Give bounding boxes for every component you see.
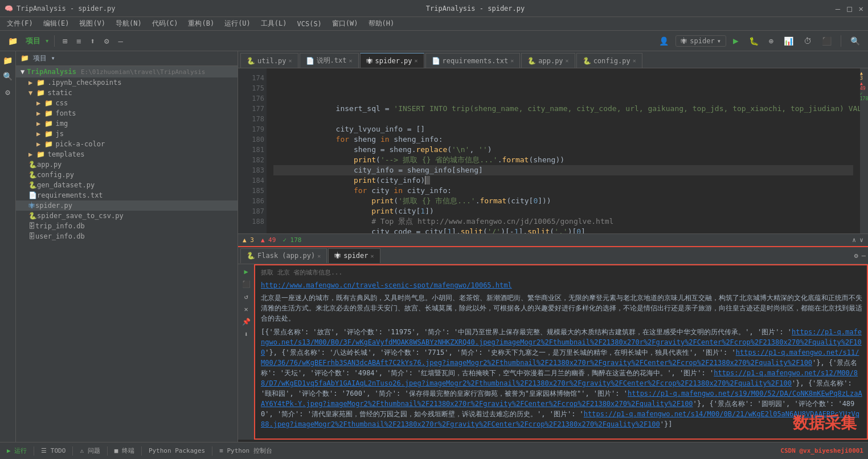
console-url-1[interactable]: http://www.mafengwo.cn/travel-scenic-spo…	[261, 281, 512, 289]
tree-img-label: img	[55, 120, 68, 128]
console-run-btn[interactable]: ▶	[244, 267, 248, 277]
console-json-output: [{'景点名称': '故宫', '评论个数': '11975', '简介': '…	[261, 327, 862, 429]
status-python-packages[interactable]: Python Packages	[146, 447, 207, 454]
tree-spider-csv[interactable]: 🐍 spider_save_to_csv.py	[16, 211, 238, 221]
tree-ipynb[interactable]: ▶ 📁 .ipynb_checkpoints	[16, 77, 238, 88]
tab-desc-close[interactable]: ✕	[349, 58, 353, 64]
tree-templates[interactable]: ▶ 📁 templates	[16, 149, 238, 159]
tree-fonts[interactable]: ▶ 📁 fonts	[16, 108, 238, 118]
sidebar-icon-1[interactable]: 📁	[1, 54, 15, 67]
menu-code[interactable]: 代码(C)	[148, 18, 183, 30]
editor-content[interactable]: 174 175 176 177 178 179 180 181 182 183 …	[238, 68, 868, 233]
menu-tools[interactable]: 工具(L)	[256, 18, 292, 30]
toolbar-icon-3[interactable]: ⬆	[87, 34, 99, 48]
tab-spider-py[interactable]: 🕷 spider.py ✕	[360, 53, 424, 68]
tab-app-close[interactable]: ✕	[566, 58, 569, 64]
menu-view[interactable]: 视图(V)	[75, 18, 110, 30]
console-close-btn[interactable]: ✕	[244, 304, 248, 314]
tab-config-close[interactable]: ✕	[633, 58, 636, 64]
folder-icon-fonts: ▶ 📁	[36, 109, 53, 117]
console-url-yuanmingyuan[interactable]: https://p1-q.mafengwo.net/s14/M00/0B/21/…	[261, 410, 859, 428]
code-line-176: insert_sql = 'INSERT INTO trip(sheng_nam…	[273, 93, 853, 104]
menu-vcs[interactable]: VCS(S)	[293, 19, 326, 29]
run-config-selector[interactable]: 🕷 spider ▾	[675, 35, 726, 47]
profile-run-button[interactable]: 📊	[780, 34, 797, 48]
flask-tab-close[interactable]: ✕	[317, 253, 321, 259]
console-rerun-btn[interactable]: ↺	[244, 292, 248, 302]
maximize-button[interactable]: □	[847, 4, 851, 13]
tree-spider-py[interactable]: 🕷 spider.py	[16, 200, 238, 211]
toolbar-settings[interactable]: ⚙	[101, 34, 112, 48]
data-collection-label: 数据采集	[793, 418, 857, 428]
console-stop-btn[interactable]: ⬛	[242, 279, 251, 289]
search-button[interactable]: 🔍	[847, 34, 863, 48]
tab-util-close[interactable]: ✕	[289, 58, 292, 64]
console-url-changcheng[interactable]: https://p1-q.mafengwo.net/s11/M00/36/76/…	[261, 349, 859, 367]
scroll-indicator[interactable]: ▲ 3 ▲ 49 ✓ 178	[860, 68, 868, 233]
console-left-buttons: ▶ ⬛ ↺ ✕ 📌 ⬇	[238, 264, 254, 440]
tab-desc-txt[interactable]: 📄 说明.txt ✕	[300, 53, 359, 68]
stop-button[interactable]: ⬛	[818, 34, 835, 48]
menu-run[interactable]: 运行(U)	[220, 18, 255, 30]
tree-static[interactable]: ▼ 📁 static	[16, 88, 238, 98]
status-problems[interactable]: ⚠ 问题	[77, 446, 102, 455]
run-config-dropdown-icon: ▾	[717, 37, 721, 45]
tree-gen-dataset[interactable]: 🐍 gen_dataset.py	[16, 180, 238, 190]
status-run[interactable]: ▶ 运行	[5, 446, 29, 455]
tree-app-py[interactable]: 🐍 app.py	[16, 159, 238, 170]
coverage-button[interactable]: ⊕	[765, 34, 777, 48]
menu-nav[interactable]: 导航(N)	[111, 18, 146, 30]
console-scroll-btn[interactable]: ⬇	[244, 329, 248, 339]
console-pin-btn[interactable]: 📌	[242, 317, 251, 327]
console-close-panel-icon[interactable]: —	[862, 252, 866, 260]
console-settings-icon[interactable]: ⚙	[854, 252, 858, 260]
tree-css[interactable]: ▶ 📁 css	[16, 98, 238, 108]
menu-refactor[interactable]: 重构(B)	[183, 18, 219, 30]
console-url-tiantan[interactable]: https://p1-q.mafengwo.net/s12/M00/88/D7/…	[261, 369, 858, 387]
tree-user-db[interactable]: 🗄 user_info.db	[16, 231, 238, 241]
menu-help[interactable]: 帮助(H)	[364, 18, 399, 30]
console-url-yiheyuan[interactable]: https://p1-q.mafengwo.net/s19/M00/52/DA/…	[261, 390, 862, 408]
spider-tab-close[interactable]: ✕	[371, 253, 374, 259]
project-root-item[interactable]: ▼ TripAnalysis E:\01zhuomian\travel\Trip…	[16, 66, 238, 77]
minimize-button[interactable]: —	[836, 4, 840, 13]
folder-icon-css: ▶ 📁	[36, 99, 53, 107]
tab-util-py[interactable]: 🐍 util.py ✕	[240, 53, 298, 68]
project-tree-header[interactable]: 📁 项目 ▾	[16, 51, 238, 66]
toolbar-profile[interactable]: 👤	[656, 34, 672, 48]
code-editor[interactable]: insert_sql = 'INSERT INTO trip(sheng_nam…	[267, 68, 860, 233]
tab-req-txt[interactable]: 📄 requirements.txt ✕	[425, 53, 521, 68]
status-right: CSDN @vx_biyesheji0001	[780, 447, 863, 454]
tab-config-py[interactable]: 🐍 config.py ✕	[576, 53, 642, 68]
tab-req-close[interactable]: ✕	[510, 58, 514, 64]
tree-ipynb-label: .ipynb_checkpoints	[47, 79, 121, 87]
concurrency-button[interactable]: ⏱	[800, 34, 815, 48]
sidebar-icon-2[interactable]: 🔍	[1, 69, 15, 83]
status-todo[interactable]: ☰ TODO	[39, 447, 68, 454]
sidebar-icon-3[interactable]: ⚙	[3, 85, 12, 99]
menu-file[interactable]: 文件(F)	[2, 18, 38, 30]
console-tab-spider[interactable]: 🕷 spider ✕	[328, 248, 380, 263]
status-python-console[interactable]: ≡ Python 控制台	[217, 446, 275, 455]
tree-pick-a-color[interactable]: ▶ 📁 pick-a-color	[16, 139, 238, 149]
toolbar-icon-2[interactable]: ≡	[73, 34, 84, 48]
debug-button[interactable]: 🐛	[746, 34, 762, 48]
tab-spider-close[interactable]: ✕	[415, 58, 418, 64]
spider-tab-label: spider	[343, 252, 368, 260]
menu-edit[interactable]: 编辑(E)	[39, 18, 74, 30]
run-button[interactable]: ▶	[730, 33, 742, 48]
tree-img[interactable]: ▶ 📁 img	[16, 118, 238, 129]
toolbar-icon-1[interactable]: ⊞	[59, 34, 71, 48]
tree-js[interactable]: ▶ 📁 js	[16, 129, 238, 139]
tree-requirements[interactable]: 📄 requirements.txt	[16, 190, 238, 200]
console-tab-flask[interactable]: 🐍 Flask (app.py) ✕	[240, 248, 327, 263]
project-root-name: TripAnalysis	[27, 68, 76, 76]
close-button[interactable]: ✕	[859, 4, 863, 13]
status-terminal[interactable]: ■ 终端	[112, 446, 137, 455]
console-output[interactable]: ▶ ⬛ ↺ ✕ 📌 ⬇ 抓取 北京 省的城市信息... http://www.m…	[238, 264, 868, 440]
tree-config-py[interactable]: 🐍 config.py	[16, 170, 238, 180]
menu-window[interactable]: 窗口(W)	[327, 18, 363, 30]
toolbar-minus[interactable]: —	[114, 34, 126, 48]
tab-app-py[interactable]: 🐍 app.py ✕	[521, 53, 575, 68]
tree-trip-db[interactable]: 🗄 trip_info.db	[16, 221, 238, 231]
